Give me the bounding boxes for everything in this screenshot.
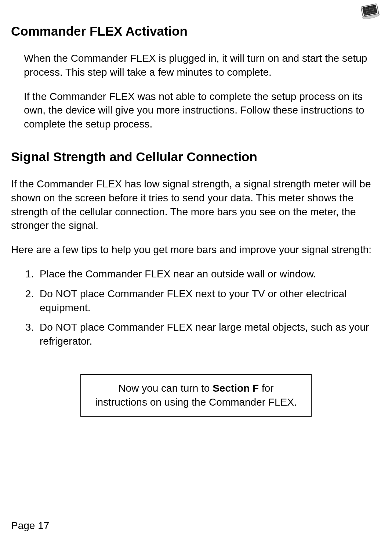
callout-box: Now you can turn to Section F for instru… (80, 374, 312, 417)
device-icon (359, 3, 381, 19)
paragraph: When the Commander FLEX is plugged in, i… (24, 51, 381, 79)
page-number: Page 17 (11, 520, 49, 532)
paragraph: Here are a few tips to help you get more… (11, 243, 381, 257)
list-item: Do NOT place Commander FLEX next to your… (37, 287, 381, 315)
paragraph: If the Commander FLEX has low signal str… (11, 177, 381, 233)
paragraph: If the Commander FLEX was not able to co… (24, 90, 381, 131)
callout-text-bold: Section F (213, 382, 259, 394)
callout-text-pre: Now you can turn to (118, 382, 213, 394)
list-item: Place the Commander FLEX near an outside… (37, 267, 381, 281)
section-heading-activation: Commander FLEX Activation (11, 24, 381, 39)
list-item: Do NOT place Commander FLEX near large m… (37, 320, 381, 348)
section-heading-signal: Signal Strength and Cellular Connection (11, 150, 381, 164)
tips-list: Place the Commander FLEX near an outside… (24, 267, 381, 348)
